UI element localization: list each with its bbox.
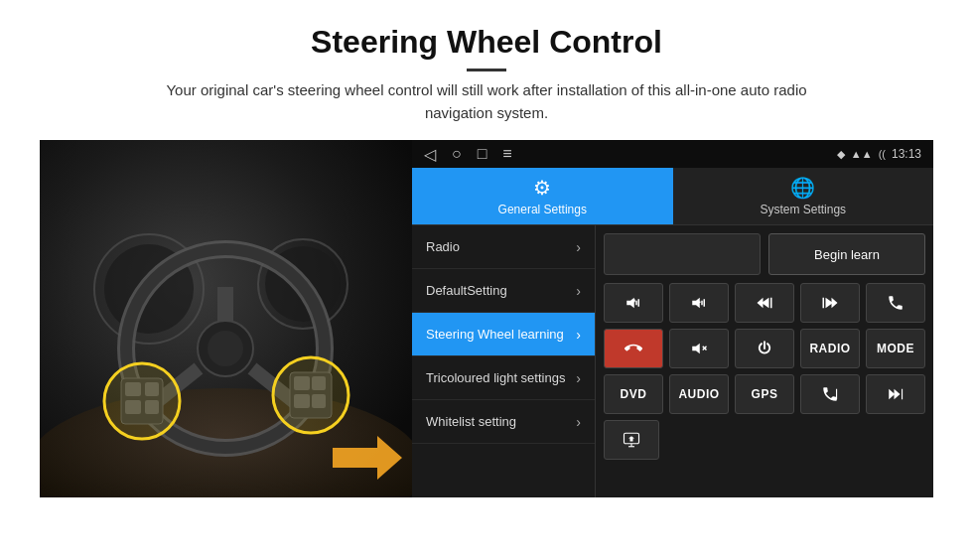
tab-system-label: System Settings bbox=[760, 203, 846, 216]
signal-icon: ▲▲ bbox=[851, 148, 873, 160]
vol-down-button[interactable] bbox=[669, 283, 729, 323]
car-image-panel bbox=[40, 140, 412, 497]
right-panel: Begin learn bbox=[596, 225, 933, 497]
tab-general-settings[interactable]: ⚙ General Settings bbox=[412, 168, 673, 224]
menu-item-steering-wheel[interactable]: Steering Wheel learning › bbox=[412, 313, 595, 356]
nav-home-icon[interactable]: ○ bbox=[452, 145, 462, 164]
nav-recent-icon[interactable]: □ bbox=[478, 145, 487, 164]
phone-answer-button[interactable] bbox=[866, 283, 925, 323]
chevron-icon: › bbox=[576, 239, 581, 255]
svg-marker-41 bbox=[692, 344, 700, 354]
begin-learn-label: Begin learn bbox=[814, 247, 880, 262]
control-row-3: DVD AUDIO GPS bbox=[604, 374, 925, 414]
clock: 13:13 bbox=[892, 147, 921, 161]
svg-marker-45 bbox=[889, 389, 895, 400]
gps-button[interactable]: GPS bbox=[735, 374, 794, 414]
svg-marker-26 bbox=[626, 298, 634, 309]
svg-rect-40 bbox=[823, 298, 825, 309]
title-divider bbox=[467, 69, 506, 71]
svg-point-23 bbox=[104, 363, 180, 439]
nav-menu-icon[interactable]: ≡ bbox=[502, 145, 511, 164]
location-icon: ◆ bbox=[837, 148, 845, 161]
wifi-icon: (( bbox=[879, 148, 886, 160]
menu-default-label: DefaultSetting bbox=[426, 283, 507, 298]
vol-up-button[interactable] bbox=[604, 283, 663, 323]
system-settings-icon: 🌐 bbox=[790, 176, 815, 200]
status-bar: ◁ ○ □ ≡ ◆ ▲▲ (( 13:13 bbox=[412, 140, 933, 168]
chevron-icon: › bbox=[576, 283, 581, 299]
next-track-button[interactable] bbox=[800, 283, 860, 323]
gps-btn-label: GPS bbox=[752, 387, 778, 401]
menu-steering-label: Steering Wheel learning bbox=[426, 327, 564, 342]
control-row-2: RADIO MODE bbox=[604, 329, 925, 368]
svg-rect-44 bbox=[836, 389, 837, 400]
radio-btn-label: RADIO bbox=[809, 342, 850, 355]
blank-input-box bbox=[604, 233, 761, 275]
next-skip-button[interactable] bbox=[866, 374, 925, 414]
svg-marker-36 bbox=[758, 298, 764, 309]
general-settings-icon: ⚙ bbox=[533, 176, 551, 200]
tab-general-label: General Settings bbox=[498, 203, 587, 216]
page-subtitle: Your original car's steering wheel contr… bbox=[139, 79, 834, 124]
dvd-btn-label: DVD bbox=[621, 387, 647, 401]
begin-learn-row: Begin learn bbox=[604, 233, 925, 275]
begin-learn-button[interactable]: Begin learn bbox=[768, 233, 925, 275]
control-buttons-grid: RADIO MODE DVD AUDIO bbox=[604, 283, 925, 460]
mute-button[interactable] bbox=[669, 329, 729, 368]
menu-content: Radio › DefaultSetting › Steering Wheel … bbox=[412, 225, 933, 497]
control-row-1 bbox=[604, 283, 925, 323]
control-row-4 bbox=[604, 420, 925, 460]
chevron-icon: › bbox=[576, 370, 581, 386]
chevron-icon: › bbox=[576, 414, 581, 430]
mode-btn-label: MODE bbox=[877, 342, 914, 355]
menu-radio-label: Radio bbox=[426, 239, 460, 254]
menu-whitelist-label: Whitelist setting bbox=[426, 414, 516, 429]
dvd-button[interactable]: DVD bbox=[604, 374, 663, 414]
svg-point-24 bbox=[273, 357, 348, 433]
menu-tricoloured-label: Tricoloured light settings bbox=[426, 370, 565, 385]
mode-button[interactable]: MODE bbox=[866, 329, 925, 368]
call-end-button[interactable] bbox=[604, 329, 663, 368]
media-button[interactable] bbox=[604, 420, 659, 460]
svg-marker-46 bbox=[895, 389, 901, 400]
audio-btn-label: AUDIO bbox=[678, 387, 719, 401]
svg-marker-39 bbox=[832, 298, 838, 309]
settings-menu-list: Radio › DefaultSetting › Steering Wheel … bbox=[412, 225, 596, 497]
svg-rect-37 bbox=[770, 298, 772, 309]
content-area: ◁ ○ □ ≡ ◆ ▲▲ (( 13:13 ⚙ General Settings bbox=[40, 140, 933, 497]
power-button[interactable] bbox=[735, 329, 794, 368]
prev-track-button[interactable] bbox=[735, 283, 794, 323]
nav-controls: ◁ ○ □ ≡ bbox=[424, 145, 512, 164]
menu-item-radio[interactable]: Radio › bbox=[412, 225, 595, 269]
audio-button[interactable]: AUDIO bbox=[669, 374, 729, 414]
menu-item-default-setting[interactable]: DefaultSetting › bbox=[412, 269, 595, 313]
nav-tabs: ⚙ General Settings 🌐 System Settings bbox=[412, 168, 933, 225]
phone-prev-button[interactable] bbox=[800, 374, 860, 414]
chevron-icon: › bbox=[576, 327, 581, 343]
svg-point-9 bbox=[208, 331, 243, 366]
status-indicators: ◆ ▲▲ (( 13:13 bbox=[837, 147, 921, 161]
svg-rect-47 bbox=[902, 389, 903, 400]
menu-item-whitelist[interactable]: Whitelist setting › bbox=[412, 400, 595, 444]
menu-item-tricoloured[interactable]: Tricoloured light settings › bbox=[412, 356, 595, 400]
nav-back-icon[interactable]: ◁ bbox=[424, 145, 436, 164]
page-title: Steering Wheel Control bbox=[40, 24, 933, 61]
android-unit: ◁ ○ □ ≡ ◆ ▲▲ (( 13:13 ⚙ General Settings bbox=[412, 140, 933, 497]
tab-system-settings[interactable]: 🌐 System Settings bbox=[673, 168, 934, 224]
radio-button[interactable]: RADIO bbox=[800, 329, 860, 368]
